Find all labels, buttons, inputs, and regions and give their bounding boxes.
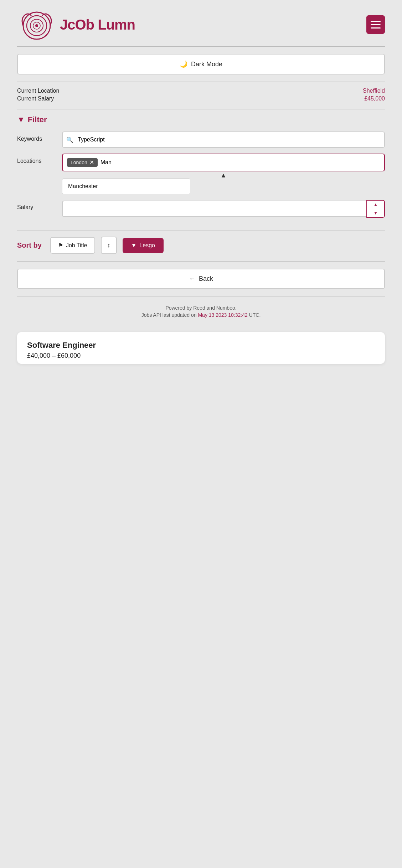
- footer-updated-suffix: UTC.: [249, 312, 261, 318]
- hamburger-line-1: [371, 21, 381, 22]
- salary-input-wrapper: ▲ ▼: [62, 200, 385, 218]
- location-label: Current Location: [17, 88, 59, 94]
- sort-label: Sort by: [17, 241, 42, 249]
- salary-input[interactable]: [62, 201, 366, 217]
- salary-spinner: ▲ ▼: [366, 200, 385, 218]
- footer-powered-by: Powered by Reed and Numbeo.: [17, 305, 385, 311]
- sort-section: Sort by ⚑ Job Title ↕ ▼ Lesgo: [0, 231, 402, 261]
- salary-label: Current Salary: [17, 95, 54, 102]
- locations-label: Locations: [17, 154, 56, 164]
- moon-icon: 🌙: [180, 60, 187, 68]
- job-card[interactable]: Software Engineer £40,000 – £60,000: [17, 332, 385, 364]
- footer-updated-label: Jobs API last updated on: [141, 312, 197, 318]
- hamburger-button[interactable]: [366, 15, 385, 34]
- location-row: Current Location Sheffield: [17, 88, 385, 94]
- search-icon: 🔍: [66, 136, 73, 143]
- sort-job-title-icon: ⚑: [58, 242, 63, 249]
- svg-point-4: [35, 24, 38, 27]
- hamburger-line-3: [371, 27, 381, 29]
- job-card-title: Software Engineer: [27, 341, 375, 350]
- dark-mode-section: 🌙 Dark Mode: [0, 47, 402, 82]
- salary-row: Current Salary £45,000: [17, 95, 385, 102]
- dark-mode-button[interactable]: 🌙 Dark Mode: [17, 54, 385, 74]
- filter-title: ▼ Filter: [17, 115, 385, 124]
- user-info-section: Current Location Sheffield Current Salar…: [0, 82, 402, 109]
- filter-title-text: Filter: [28, 115, 47, 124]
- logo-text: JcOb Lumn: [60, 17, 135, 33]
- filter-section: ▼ Filter Keywords 🔍 Locations London ✕ ▲…: [0, 109, 402, 231]
- keywords-row: Keywords 🔍: [17, 131, 385, 148]
- sort-direction-button[interactable]: ↕: [101, 237, 117, 254]
- dark-mode-label: Dark Mode: [191, 61, 222, 68]
- dropdown-suggestion[interactable]: Manchester: [62, 179, 190, 194]
- location-text-input[interactable]: [100, 159, 380, 166]
- location-tag-text: London: [71, 160, 87, 165]
- back-arrow-icon: ←: [189, 275, 195, 283]
- sort-job-title-label: Job Title: [66, 242, 87, 249]
- hamburger-line-2: [371, 24, 381, 25]
- filter-icon: ▼: [17, 115, 25, 124]
- lesgo-label: Lesgo: [139, 242, 155, 249]
- location-value: Sheffield: [363, 88, 385, 94]
- back-label: Back: [199, 275, 213, 283]
- keywords-label: Keywords: [17, 131, 56, 142]
- salary-filter-row: Salary ▲ ▼: [17, 200, 385, 218]
- salary-up-button[interactable]: ▲: [367, 201, 384, 209]
- dropdown-arrow: ▲: [62, 172, 385, 179]
- locations-input-box[interactable]: London ✕: [62, 154, 385, 171]
- footer-updated: Jobs API last updated on May 13 2023 10:…: [17, 312, 385, 318]
- footer: Powered by Reed and Numbeo. Jobs API las…: [0, 296, 402, 326]
- keywords-input[interactable]: [62, 131, 385, 148]
- lesgo-button[interactable]: ▼ Lesgo: [123, 238, 164, 253]
- job-card-salary: £40,000 – £60,000: [27, 352, 375, 360]
- sort-row: Sort by ⚑ Job Title ↕ ▼ Lesgo: [17, 237, 385, 254]
- keywords-input-wrapper: 🔍: [62, 131, 385, 148]
- location-tag-london: London ✕: [67, 158, 98, 167]
- locations-wrapper: London ✕ ▲ Manchester: [62, 154, 385, 194]
- back-button[interactable]: ← Back: [17, 269, 385, 289]
- logo: JcOb Lumn: [17, 9, 135, 41]
- sort-direction-icon: ↕: [107, 242, 110, 249]
- logo-icon: [17, 9, 60, 41]
- header: JcOb Lumn: [0, 0, 402, 46]
- footer-updated-date[interactable]: May 13 2023 10:32:42: [198, 312, 247, 318]
- salary-filter-label: Salary: [17, 200, 56, 211]
- location-tag-remove[interactable]: ✕: [89, 160, 94, 165]
- salary-down-button[interactable]: ▼: [367, 209, 384, 217]
- back-section: ← Back: [0, 262, 402, 296]
- sort-job-title-button[interactable]: ⚑ Job Title: [50, 237, 95, 254]
- salary-value: £45,000: [364, 95, 385, 102]
- locations-row: Locations London ✕ ▲ Manchester: [17, 154, 385, 194]
- lesgo-filter-icon: ▼: [131, 242, 137, 249]
